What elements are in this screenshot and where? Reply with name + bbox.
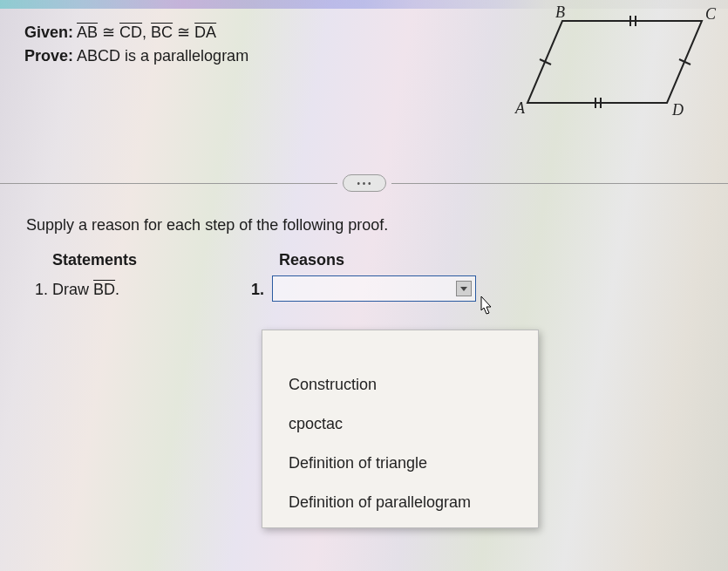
parallelogram-figure: B C A D bbox=[508, 5, 718, 127]
reason-1-select[interactable] bbox=[272, 275, 476, 302]
statements-header: Statements bbox=[52, 251, 137, 269]
vertex-a-label: A bbox=[514, 99, 526, 117]
reason-1-num: 1. bbox=[251, 281, 264, 299]
statement-1-segment: BD bbox=[93, 281, 115, 298]
prove-label: Prove: bbox=[24, 47, 73, 65]
parallelogram-shape bbox=[527, 21, 702, 103]
divider-left bbox=[0, 183, 337, 184]
statement-1: 1. Draw BD. bbox=[35, 281, 119, 299]
dropdown-option-def-parallelogram[interactable]: Definition of parallelogram bbox=[262, 483, 538, 522]
statement-1-num: 1. bbox=[35, 281, 48, 298]
dropdown-option-def-triangle[interactable]: Definition of triangle bbox=[262, 444, 538, 483]
congruent-1: ≅ bbox=[98, 24, 119, 41]
dropdown-option-cpoctac[interactable]: cpoctac bbox=[262, 404, 538, 444]
problem-statement: Given: AB ≅ CD, BC ≅ DA Prove: ABCD is a… bbox=[24, 21, 248, 68]
segment-cd: CD bbox=[119, 24, 142, 41]
segment-bc: BC bbox=[151, 24, 173, 41]
given-label: Given: bbox=[24, 24, 73, 41]
chevron-down-icon[interactable] bbox=[456, 281, 472, 296]
statement-1-prefix: Draw bbox=[52, 281, 93, 298]
section-divider: • • • bbox=[0, 174, 728, 192]
reasons-header: Reasons bbox=[279, 251, 344, 269]
statement-1-suffix: . bbox=[115, 281, 119, 298]
given-line: Given: AB ≅ CD, BC ≅ DA bbox=[24, 21, 248, 44]
vertex-b-label: B bbox=[555, 5, 565, 21]
dropdown-option-construction[interactable]: Construction bbox=[262, 365, 538, 404]
more-button[interactable]: • • • bbox=[343, 174, 386, 192]
vertex-d-label: D bbox=[671, 101, 684, 119]
pointer-cursor-icon bbox=[474, 295, 497, 317]
divider-right bbox=[391, 183, 729, 184]
svg-marker-4 bbox=[460, 287, 467, 291]
segment-da: DA bbox=[194, 24, 216, 41]
instruction-text: Supply a reason for each step of the fol… bbox=[26, 216, 388, 235]
reason-dropdown[interactable]: Construction cpoctac Definition of trian… bbox=[262, 330, 539, 528]
segment-ab: AB bbox=[77, 24, 98, 41]
vertex-c-label: C bbox=[705, 5, 717, 23]
congruent-2: ≅ bbox=[173, 24, 194, 41]
prove-text: ABCD is a parallelogram bbox=[77, 47, 248, 65]
comma-sep: , bbox=[142, 24, 151, 41]
prove-line: Prove: ABCD is a parallelogram bbox=[24, 44, 248, 68]
dropdown-spacer bbox=[262, 336, 538, 365]
